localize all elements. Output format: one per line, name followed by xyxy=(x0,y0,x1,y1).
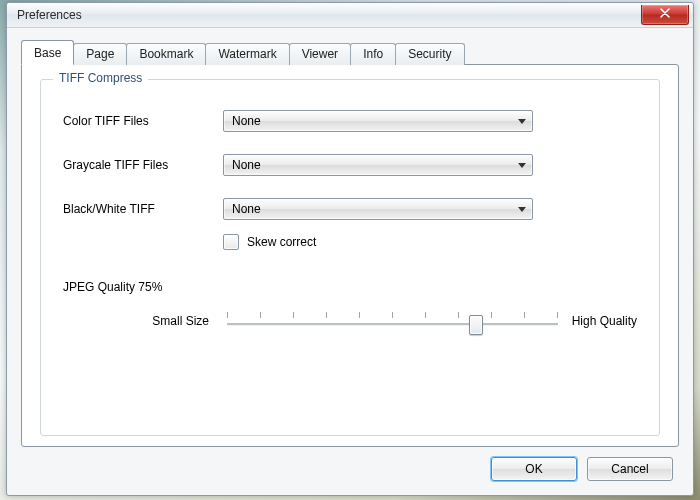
label-high-quality: High Quality xyxy=(572,314,637,328)
label-small-size: Small Size xyxy=(63,314,213,328)
tab-viewer[interactable]: Viewer xyxy=(289,43,351,65)
ok-button-label: OK xyxy=(525,462,542,476)
title-bar: Preferences xyxy=(7,3,693,28)
ok-button[interactable]: OK xyxy=(491,457,577,481)
tiff-compress-group: TIFF Compress Color TIFF Files None Gray… xyxy=(40,79,660,436)
tab-label: Security xyxy=(408,47,451,61)
tab-strip: Base Page Bookmark Watermark Viewer Info… xyxy=(21,42,679,64)
select-bw-tiff-value: None xyxy=(232,202,261,216)
label-bw-tiff: Black/White TIFF xyxy=(63,202,223,216)
tab-label: Page xyxy=(86,47,114,61)
tab-label: Bookmark xyxy=(139,47,193,61)
select-grayscale-tiff-value: None xyxy=(232,158,261,172)
close-icon xyxy=(660,7,670,21)
jpeg-quality-slider[interactable] xyxy=(227,308,558,334)
tab-watermark[interactable]: Watermark xyxy=(205,43,289,65)
row-skew-correct: Skew correct xyxy=(223,234,637,250)
select-bw-tiff[interactable]: None xyxy=(223,198,533,220)
select-grayscale-tiff[interactable]: None xyxy=(223,154,533,176)
label-color-tiff: Color TIFF Files xyxy=(63,114,223,128)
select-color-tiff[interactable]: None xyxy=(223,110,533,132)
tab-info[interactable]: Info xyxy=(350,43,396,65)
tab-page[interactable]: Page xyxy=(73,43,127,65)
row-color-tiff: Color TIFF Files None xyxy=(63,110,637,132)
tab-page-base: TIFF Compress Color TIFF Files None Gray… xyxy=(21,64,679,447)
tab-bookmark[interactable]: Bookmark xyxy=(126,43,206,65)
label-jpeg-quality: JPEG Quality 75% xyxy=(63,280,162,294)
chevron-down-icon xyxy=(518,207,526,212)
slider-thumb[interactable] xyxy=(469,315,483,335)
tab-base[interactable]: Base xyxy=(21,40,74,65)
chevron-down-icon xyxy=(518,163,526,168)
group-title: TIFF Compress xyxy=(53,71,148,85)
jpeg-quality-section: JPEG Quality 75% Small Size High Quality xyxy=(63,280,637,334)
dialog-button-row: OK Cancel xyxy=(21,447,679,487)
tab-label: Base xyxy=(34,46,61,60)
chevron-down-icon xyxy=(518,119,526,124)
preferences-dialog: Preferences Base Page Bookmark Watermark… xyxy=(6,2,694,496)
slider-row: Small Size High Quality xyxy=(63,308,637,334)
checkbox-skew-correct[interactable] xyxy=(223,234,239,250)
close-button[interactable] xyxy=(641,5,689,25)
tab-label: Info xyxy=(363,47,383,61)
client-area: Base Page Bookmark Watermark Viewer Info… xyxy=(7,28,693,495)
tab-security[interactable]: Security xyxy=(395,43,464,65)
label-skew-correct: Skew correct xyxy=(247,235,316,249)
cancel-button[interactable]: Cancel xyxy=(587,457,673,481)
row-grayscale-tiff: Graycale TIFF Files None xyxy=(63,154,637,176)
cancel-button-label: Cancel xyxy=(611,462,648,476)
tab-label: Viewer xyxy=(302,47,338,61)
tab-label: Watermark xyxy=(218,47,276,61)
select-color-tiff-value: None xyxy=(232,114,261,128)
row-bw-tiff: Black/White TIFF None xyxy=(63,198,637,220)
label-grayscale-tiff: Graycale TIFF Files xyxy=(63,158,223,172)
window-title: Preferences xyxy=(17,8,82,22)
